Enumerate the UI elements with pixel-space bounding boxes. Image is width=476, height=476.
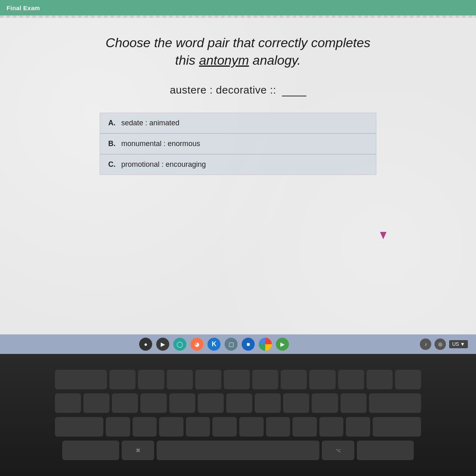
key-2[interactable] xyxy=(112,393,138,413)
header-title: Final Exam xyxy=(7,4,40,11)
key-9[interactable] xyxy=(312,393,338,413)
key-f10[interactable] xyxy=(367,370,393,389)
key-f11[interactable] xyxy=(395,370,421,389)
key-8[interactable] xyxy=(283,393,309,413)
key-f1[interactable] xyxy=(109,370,135,389)
option-c[interactable]: C. promotional : encouraging xyxy=(100,154,376,175)
option-a[interactable]: A. sedate : animated xyxy=(100,113,376,133)
taskbar-icon-google[interactable] xyxy=(259,338,272,351)
key-i[interactable] xyxy=(293,417,317,437)
key-r[interactable] xyxy=(186,417,210,437)
antonym-word: antonym xyxy=(199,53,249,68)
key-3[interactable] xyxy=(140,393,166,413)
taskbar-icon-greenplay[interactable]: ▶ xyxy=(276,338,289,351)
option-b-label: B. xyxy=(108,140,117,148)
taskbar-icons: ● ▶ ◯ ◕ K ▢ ■ ▶ xyxy=(8,338,420,351)
key-7[interactable] xyxy=(255,393,281,413)
keyboard-row-3 xyxy=(55,417,421,437)
options-container: A. sedate : animated B. monumental : eno… xyxy=(100,113,376,175)
key-f7[interactable] xyxy=(281,370,307,389)
header-bar: Final Exam xyxy=(0,0,476,15)
key-f9[interactable] xyxy=(338,370,364,389)
question-text: Choose the word pair that correctly comp… xyxy=(100,34,376,69)
analogy-line: austere : decorative :: xyxy=(170,84,306,96)
taskbar-icon-play[interactable]: ▶ xyxy=(156,338,169,351)
option-b-text: monumental : enormous xyxy=(121,140,200,148)
analogy-blank xyxy=(282,96,306,96)
key-enter[interactable] xyxy=(373,417,421,437)
key-f6[interactable] xyxy=(252,370,278,389)
key-1[interactable] xyxy=(83,393,109,413)
taskbar-icon-file[interactable]: ◕ xyxy=(190,338,203,351)
chevron-down-icon: ▼ xyxy=(460,341,465,347)
taskbar-icon-clock[interactable]: ◯ xyxy=(173,338,186,351)
key-f8[interactable] xyxy=(309,370,335,389)
key-o[interactable] xyxy=(319,417,344,437)
taskbar: ● ▶ ◯ ◕ K ▢ ■ ▶ ♪ ◎ US ▼ xyxy=(0,334,476,354)
key-f4[interactable] xyxy=(195,370,221,389)
key-escape[interactable] xyxy=(55,370,107,389)
key-e[interactable] xyxy=(159,417,183,437)
option-a-text: sedate : animated xyxy=(121,119,179,127)
wifi-icon[interactable]: ◎ xyxy=(435,338,446,350)
laptop-screen: Final Exam Choose the word pair that cor… xyxy=(0,0,476,354)
taskbar-icon-blue2[interactable]: ■ xyxy=(242,338,255,351)
keyboard-row-bottom: ⌘ ⌥ xyxy=(55,441,421,460)
key-y[interactable] xyxy=(239,417,264,437)
keyboard-area: ⌘ ⌥ xyxy=(0,354,476,476)
key-shift-left[interactable] xyxy=(62,441,119,460)
key-4[interactable] xyxy=(169,393,195,413)
key-backtick[interactable] xyxy=(55,393,81,413)
keyboard-row-2 xyxy=(55,393,421,413)
taskbar-icon-back[interactable]: ● xyxy=(139,338,152,351)
key-cmd[interactable]: ⌘ xyxy=(122,441,154,460)
key-tab[interactable] xyxy=(55,417,103,437)
language-label: US xyxy=(452,341,459,347)
keyboard-row-1 xyxy=(55,370,421,389)
taskbar-icon-k[interactable]: K xyxy=(207,338,221,351)
option-b[interactable]: B. monumental : enormous xyxy=(100,133,376,154)
key-backspace[interactable] xyxy=(369,393,421,413)
taskbar-right: ♪ ◎ US ▼ xyxy=(420,338,468,350)
key-5[interactable] xyxy=(198,393,224,413)
option-c-label: C. xyxy=(108,160,117,169)
key-t[interactable] xyxy=(212,417,237,437)
key-f2[interactable] xyxy=(138,370,164,389)
key-0[interactable] xyxy=(341,393,367,413)
key-f5[interactable] xyxy=(224,370,250,389)
option-a-label: A. xyxy=(108,119,117,127)
key-shift-right[interactable] xyxy=(357,441,414,460)
language-badge[interactable]: US ▼ xyxy=(449,340,468,348)
volume-icon[interactable]: ♪ xyxy=(420,338,431,350)
key-q[interactable] xyxy=(106,417,130,437)
key-space[interactable] xyxy=(157,441,319,460)
key-f3[interactable] xyxy=(167,370,193,389)
key-alt[interactable]: ⌥ xyxy=(322,441,354,460)
key-6[interactable] xyxy=(226,393,252,413)
key-w[interactable] xyxy=(133,417,157,437)
option-c-text: promotional : encouraging xyxy=(121,160,206,169)
content-area: Choose the word pair that correctly comp… xyxy=(0,18,476,343)
taskbar-icon-doc[interactable]: ▢ xyxy=(225,338,238,351)
key-p[interactable] xyxy=(346,417,370,437)
mouse-cursor xyxy=(380,232,386,239)
key-u[interactable] xyxy=(266,417,290,437)
